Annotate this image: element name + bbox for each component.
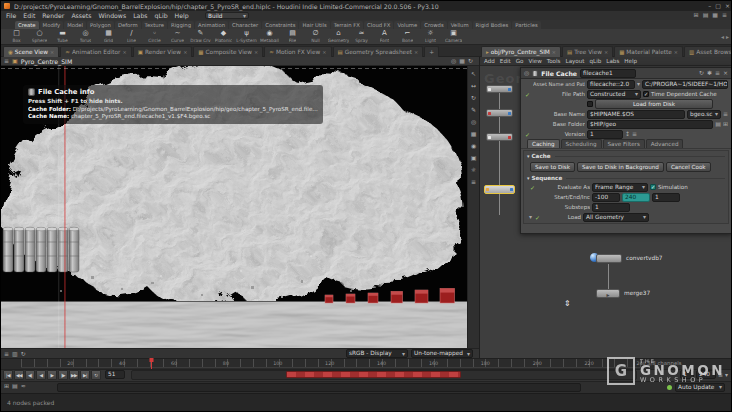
collapse-caret-icon[interactable]: ▾ [529,214,532,220]
menu-help[interactable]: Help [175,12,189,19]
loop-button[interactable]: ↻ [91,370,101,380]
pane-menu-icon[interactable]: ≡ [4,58,9,64]
current-frame-field[interactable]: 51 [105,370,125,379]
shelf-scroll-arrows[interactable]: ◂▸ [721,33,729,40]
shelf-tab-hair-utils[interactable]: Hair Utils [299,21,329,29]
shelf-tool-tube[interactable]: ▬Tube [51,30,74,43]
range-end-field[interactable]: 240 [622,193,650,202]
close-icon[interactable]: × [122,49,126,55]
menu-qlib[interactable]: qLib [155,12,168,19]
menu-file[interactable]: File [6,12,16,19]
pane-tab-tree-view[interactable]: ▤Tree View× [562,46,613,57]
cancel-cook-button[interactable]: Cancel Cook [666,162,711,172]
param-tab-scheduling[interactable]: Scheduling [561,139,602,148]
shelf-tab-cloud-fx[interactable]: Cloud FX [364,21,394,29]
parm-check-icon[interactable]: ✓ [524,131,531,138]
shelf-tool-file[interactable]: ▤File [281,30,304,43]
simulation-checkbox[interactable]: ✓ [650,184,656,190]
close-icon[interactable]: × [414,49,418,55]
shade-icon[interactable]: ◉ [471,142,476,149]
net-menu-tools[interactable]: Tools [547,58,561,64]
cache-section-header[interactable]: ▾ Cache [526,152,726,160]
prev-frame-button[interactable]: ◀| [25,370,35,380]
parm-check-icon[interactable]: ✓ [534,214,541,221]
param-tab-advanced[interactable]: Advanced [646,139,684,148]
layout-icon[interactable]: ⊞ [4,383,9,389]
desktop-grid-icon[interactable]: ▦ [712,12,718,18]
net-menu-qlib[interactable]: qLib [590,58,602,64]
view-layout-icon[interactable]: ▥ [12,351,18,357]
param-tab-caching[interactable]: Caching [527,139,560,148]
range-start-field[interactable]: -100 [592,193,620,202]
shelf-tab-modify[interactable]: Modify [40,21,64,29]
play-reverse-button[interactable]: ◀ [36,370,46,380]
file-path-mode-select[interactable]: Constructed▾ [587,90,641,99]
playback-start-field[interactable]: 1 [680,370,694,379]
layout-icon[interactable]: ⊞ [694,12,699,18]
menu-icon[interactable]: ≡ [715,70,720,76]
handles-icon[interactable]: ✎ [471,106,476,113]
pane-tab-material-palette[interactable]: ▦Material Palette× [614,46,683,57]
shelf-tool-draw-crv[interactable]: ✎Draw Crv [189,30,212,43]
grid-icon[interactable]: ▦ [471,130,477,137]
tonemap-select[interactable]: Un-tone-mapped▾ [411,349,473,358]
pin-icon[interactable]: ◎ [524,70,529,76]
shelf-tool-null[interactable]: ∅Null [304,30,327,43]
snapshot-icon[interactable]: ▦ [459,58,465,64]
gear-icon[interactable]: ✱ [707,70,712,76]
close-icon[interactable]: × [50,49,54,55]
message-field[interactable] [57,383,581,392]
snap-icon[interactable]: ◎ [471,118,476,125]
sop-node[interactable] [486,85,513,93]
close-icon[interactable]: × [723,70,728,76]
window-close-button[interactable]: × [725,2,730,9]
shelf-tab-create[interactable]: Create [15,21,39,29]
options-icon[interactable]: ≡ [471,178,476,185]
next-key-button[interactable]: ▶▶ [69,370,79,380]
net-menu-go[interactable]: Go [516,58,524,64]
evaluate-as-select[interactable]: Frame Range▾ [592,183,648,192]
shelf-tab-particles[interactable]: Particles [512,21,540,29]
refresh-icon[interactable]: ↻ [468,58,473,64]
window-maximize-button[interactable]: ▢ [715,2,721,9]
playback-end-field[interactable]: 240 [696,370,716,379]
net-menu-help[interactable]: Help [624,58,637,64]
shelf-tool-box[interactable]: □Box [5,30,28,43]
camera-icon[interactable]: ◎ [451,58,456,64]
shelf-tool-light[interactable]: ☼Light [419,30,442,43]
folder-icon[interactable]: ▤ [715,121,721,127]
substeps-field[interactable]: 1 [592,203,630,212]
net-menu-labs[interactable]: Labs [606,58,619,64]
pane-tab-obj-pyro-centre-sim[interactable]: ▸obj/Pyro_Centre_SIM× [481,46,561,57]
param-tab-save-filters[interactable]: Save Filters [603,139,645,148]
rotate-icon[interactable]: ↻ [471,94,476,101]
shelf-tool-torus[interactable]: ◎Torus [74,30,97,43]
load-from-disk-checkbox[interactable] [587,101,593,107]
help-icon[interactable]: ≡ [722,12,727,18]
shelf-tool-camera[interactable]: ▣Camera [442,30,465,43]
parm-check-icon[interactable]: ✓ [529,184,536,191]
network-editor[interactable]: AddEditGoViewToolsLayoutqLibLabsHelp Geo… [479,57,732,358]
shelf-tab-crowds[interactable]: Crowds [421,21,446,29]
save-to-disk-button[interactable]: Save to Disk [530,162,575,172]
list-icon[interactable]: ▤ [12,383,18,389]
range-inc-field[interactable]: 1 [652,193,680,202]
new-tab-button[interactable]: + [424,46,439,57]
wireframe-icon[interactable]: ▣ [471,154,477,161]
scroll-left-icon[interactable]: ◂ [721,33,724,40]
close-icon[interactable]: × [552,49,556,55]
select-icon[interactable]: ↖ [471,70,476,77]
pane-tab-asset-browser[interactable]: ▥Asset Browser× [684,46,732,57]
sop-node[interactable] [486,109,513,117]
net-menu-edit[interactable]: Edit [500,58,511,64]
refresh-icon[interactable]: ↻ [699,70,704,76]
load-mode-select[interactable]: All Geometry▾ [583,213,649,222]
save-to-disk-in-background-button[interactable]: Save to Disk in Background [577,162,664,172]
shelf-tab-rigging[interactable]: Rigging [168,21,194,29]
jump-end-button[interactable]: ▶| [80,370,90,380]
version-field[interactable]: 1 [587,130,623,139]
shelf-tool-line[interactable]: /Line [120,30,143,43]
sop-node[interactable] [486,133,513,141]
shelf-tool-spray[interactable]: ≈Spray [350,30,373,43]
menu-assets[interactable]: Assets [71,12,91,19]
